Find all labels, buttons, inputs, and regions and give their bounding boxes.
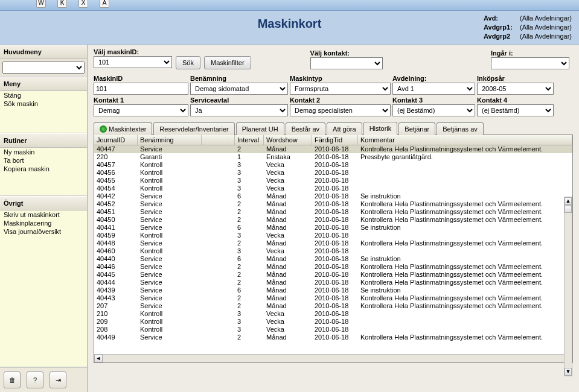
table-row[interactable]: 40449Service2Månad2010-06-18Kontrollera …	[94, 334, 572, 341]
cell: Kontroll	[138, 326, 202, 334]
table-row[interactable]: 40446Service2Månad2010-06-18Kontrollera …	[94, 263, 572, 271]
col-interval[interactable]: Interval	[235, 135, 264, 145]
sidebar-item-ovrigt_items-2[interactable]: Visa journalöversikt	[0, 227, 87, 236]
maskinfilter-button[interactable]: Maskinfilter	[204, 56, 251, 69]
cell: 3	[235, 161, 264, 169]
horiz-scrollbar[interactable]: ◄ ►	[94, 354, 572, 362]
field-kontakt4[interactable]: (ej Bestämd)	[477, 104, 554, 116]
scroll-down-icon[interactable]: ▼	[565, 368, 572, 376]
sidebar-bottom: 🗑 ? ⇥	[0, 367, 87, 392]
rutiner-box: Ny maskinTa bortKopiera maskin	[0, 148, 87, 196]
cell: Månad	[264, 200, 312, 208]
table-row[interactable]: 40441Service6Månad2010-06-18Se instrukti…	[94, 224, 572, 232]
sidebar-item-rutiner_items-1[interactable]: Ta bort	[0, 156, 87, 165]
valj-maskin-select[interactable]: 101	[94, 56, 172, 68]
grid-body[interactable]: 40447Service2Månad2010-06-18Kontrollera …	[94, 145, 572, 354]
sidebar-item-ovrigt_items-0[interactable]: Skriv ut maskinkort	[0, 210, 87, 219]
table-row[interactable]: 40439Service6Månad2010-06-18Se instrukti…	[94, 286, 572, 294]
col-fardigtid[interactable]: FärdigTid	[312, 135, 358, 145]
toolbar-btn-w[interactable]: W	[36, 0, 46, 8]
table-row[interactable]: 40445Service2Månad2010-06-18Kontrollera …	[94, 271, 572, 279]
exit-button[interactable]: ⇥	[50, 371, 66, 388]
table-row[interactable]: 40460Kontroll3Vecka2010-06-18	[94, 247, 572, 255]
sidebar-item-meny_items-0[interactable]: Stäng	[0, 91, 87, 100]
toolbar-btn-a[interactable]: A	[100, 0, 109, 8]
table-row[interactable]: 209Kontroll3Vecka2010-06-18	[94, 318, 572, 326]
tab-betj-nar[interactable]: Betjänar	[398, 122, 435, 135]
cell: Garanti	[138, 153, 202, 161]
table-row[interactable]: 40451Service2Månad2010-06-18Kontrollera …	[94, 208, 572, 216]
field-serviceavtal[interactable]: Ja	[190, 104, 288, 116]
sidebar-item-meny_items-1[interactable]: Sök maskin	[0, 100, 87, 108]
field-maskintyp[interactable]: Formspruta	[290, 83, 391, 95]
table-row[interactable]: 40456Kontroll3Vecka2010-06-18	[94, 169, 572, 177]
help-button[interactable]: ?	[27, 371, 43, 388]
field-benämning[interactable]: Demag sidomatad	[190, 83, 288, 95]
sidebar-item-rutiner_items-2[interactable]: Kopiera maskin	[0, 165, 87, 173]
sidebar-item-rutiner_items-0[interactable]: Ny maskin	[0, 148, 87, 156]
table-row[interactable]: 40450Service2Månad2010-06-18Kontrollera …	[94, 216, 572, 224]
table-row[interactable]: 40447Service2Månad2010-06-18Kontrollera …	[94, 145, 572, 153]
huvudmeny-select[interactable]	[2, 62, 85, 74]
cell	[202, 255, 235, 263]
table-row[interactable]: 40459Kontroll3Vecka2010-06-18	[94, 232, 572, 239]
vert-scrollbar[interactable]: ▲ ▼	[564, 197, 572, 376]
table-row[interactable]: 210Kontroll3Vecka2010-06-18	[94, 310, 572, 318]
cell	[202, 318, 235, 326]
cell: Månad	[264, 271, 312, 279]
cell: 40455	[94, 177, 138, 185]
tab-betj-nas-av[interactable]: Betjänas av	[437, 122, 483, 135]
field-avdelning[interactable]: Avd 1	[392, 83, 475, 95]
cell: Se instruktion	[358, 224, 572, 232]
cell: 2010-06-18	[312, 239, 358, 247]
table-row[interactable]: 40452Service2Månad2010-06-18Kontrollera …	[94, 200, 572, 208]
col-kommentar[interactable]: Kommentar	[358, 135, 572, 145]
sidebar-item-ovrigt_items-1[interactable]: Maskinplacering	[0, 219, 87, 227]
trash-button[interactable]: 🗑	[4, 371, 21, 388]
col-journalid[interactable]: JournalID	[94, 135, 138, 145]
table-row[interactable]: 40454Kontroll3Vecka2010-06-18	[94, 185, 572, 192]
field-maskinid[interactable]	[94, 83, 188, 95]
tab-historik[interactable]: Historik	[363, 122, 398, 135]
cell: Månad	[264, 145, 312, 153]
tab-best-r-av[interactable]: Består av	[286, 122, 325, 135]
col-benamning[interactable]: Benämning	[138, 135, 202, 145]
cell: 3	[235, 232, 264, 239]
tab-att-g-ra[interactable]: Att göra	[327, 122, 362, 135]
tab-reservdelar-inventarier[interactable]: Reservdelar/Inventarier	[153, 122, 234, 135]
table-row[interactable]: 40442Service6Månad2010-06-18Se instrukti…	[94, 192, 572, 200]
tab-maskintexter[interactable]: Maskintexter	[94, 122, 152, 135]
table-row[interactable]: 40457Kontroll3Vecka2010-06-18	[94, 161, 572, 169]
scroll-left-icon[interactable]: ◄	[94, 355, 103, 362]
ingar-select[interactable]	[491, 57, 569, 69]
cell: 40460	[94, 247, 138, 255]
field-kontakt1[interactable]: Demag	[94, 104, 188, 116]
scroll-thumb[interactable]	[565, 205, 572, 213]
table-row[interactable]: 40443Service2Månad2010-06-18Kontrollera …	[94, 294, 572, 302]
field-kontakt2[interactable]: Demag specialisten	[290, 104, 391, 116]
field-inköpsår[interactable]: 2008-05	[477, 83, 554, 95]
col-wordshow[interactable]: Wordshow	[264, 135, 312, 145]
page-header: Maskinkort Avd:(Alla Avdelningar) Avdgrp…	[0, 11, 579, 45]
cell	[202, 224, 235, 232]
scroll-up-icon[interactable]: ▲	[565, 197, 572, 205]
table-row[interactable]: 208Kontroll3Vecka2010-06-18	[94, 326, 572, 334]
valj-kontakt-select[interactable]	[310, 57, 383, 69]
cell: Månad	[264, 239, 312, 247]
cell: Kontrollera Hela Plastinmatningssystemet…	[358, 263, 572, 271]
table-row[interactable]: 40444Service2Månad2010-06-18Kontrollera …	[94, 279, 572, 286]
toolbar-btn-k[interactable]: K	[57, 0, 67, 8]
sok-button[interactable]: Sök	[176, 56, 200, 69]
table-row[interactable]: 207Service2Månad2010-06-18Kontrollera He…	[94, 302, 572, 310]
table-row[interactable]: 40448Service2Månad2010-06-18Kontrollera …	[94, 239, 572, 247]
tab-planerat-uh[interactable]: Planerat UH	[236, 122, 284, 135]
table-row[interactable]: 40455Kontroll3Vecka2010-06-18	[94, 177, 572, 185]
cell: 2010-06-18	[312, 208, 358, 216]
cell: 40443	[94, 294, 138, 302]
toolbar-btn-x[interactable]: X	[78, 0, 88, 8]
valj-maskin-label: Välj maskinID:	[94, 48, 251, 55]
window-toolbar: W K X A	[0, 0, 579, 11]
table-row[interactable]: 40440Service6Månad2010-06-18Se instrukti…	[94, 255, 572, 263]
field-kontakt3[interactable]: (ej Bestämd)	[392, 104, 475, 116]
table-row[interactable]: 220Garanti1Enstaka2010-06-18Pressbyte ga…	[94, 153, 572, 161]
